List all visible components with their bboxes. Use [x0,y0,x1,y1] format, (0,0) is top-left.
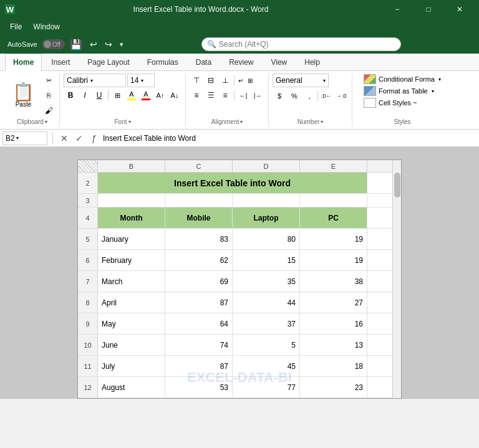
bold-button[interactable]: B [64,88,77,102]
align-middle-button[interactable]: ⊟ [204,74,218,87]
col-header-E[interactable]: E [300,160,367,172]
customize-qat-button[interactable]: ▾ [117,39,126,50]
cell-month[interactable]: March [98,271,165,292]
col-header-B[interactable]: B [98,160,165,172]
tab-view[interactable]: View [263,54,295,70]
cell-pc[interactable]: 38 [300,271,367,292]
cell-pc[interactable]: 19 [300,229,367,249]
cell-pc[interactable]: 18 [300,356,367,376]
cell-mobile[interactable]: 64 [165,313,233,334]
menu-file[interactable]: File [5,21,27,32]
header-laptop[interactable]: Laptop [233,207,300,228]
align-center-button[interactable]: ☰ [204,88,218,102]
font-expand-icon[interactable]: ▾ [128,119,131,125]
cut-button[interactable]: ✂ [42,74,56,87]
copy-button[interactable]: ⎘ [42,88,56,102]
underline-button[interactable]: U [92,88,106,102]
cell-mobile[interactable]: 83 [165,229,233,249]
align-bottom-button[interactable]: ⊥ [218,74,232,87]
confirm-formula-button[interactable]: ✓ [73,132,85,145]
percent-button[interactable]: % [288,89,301,103]
decrease-font-button[interactable]: A↓ [168,88,181,102]
cell-pc[interactable]: 16 [300,313,367,334]
font-size-selector[interactable]: 14 ▾ [127,74,155,87]
paste-button[interactable]: 📋 Paste [9,81,38,110]
fill-color-button[interactable]: A [125,88,138,102]
cell-month[interactable]: January [98,229,165,249]
scroll-thumb[interactable] [394,173,400,198]
menu-window[interactable]: Window [28,21,65,32]
cell-laptop[interactable]: 35 [233,271,300,292]
empty-cell[interactable] [165,194,233,207]
autosave-toggle[interactable]: Off [42,39,65,49]
empty-cell[interactable] [300,194,367,207]
cell-laptop[interactable]: 44 [233,292,300,313]
undo-button[interactable]: ↩ [87,38,100,50]
align-right-button[interactable]: ≡ [218,88,232,102]
maximize-button[interactable]: □ [414,0,443,19]
increase-indent-button[interactable]: |→ [251,88,264,102]
search-box[interactable]: 🔍 [201,37,401,51]
format-as-table-button[interactable]: Format as Table ▾ [361,85,443,97]
font-name-selector[interactable]: Calibri ▾ [64,74,126,87]
cell-laptop[interactable]: 80 [233,229,300,249]
vertical-scrollbar[interactable] [392,160,401,398]
header-month[interactable]: Month [98,207,165,228]
formula-input[interactable] [103,134,477,143]
cell-pc[interactable]: 23 [300,377,367,398]
conditional-format-button[interactable]: Conditional Forma ▾ [361,74,443,85]
tab-home[interactable]: Home [5,54,42,71]
align-left-button[interactable]: ≡ [190,88,203,102]
tab-formulas[interactable]: Formulas [139,54,186,70]
cell-month[interactable]: April [98,292,165,313]
minimize-button[interactable]: − [383,0,412,19]
cell-month[interactable]: June [98,335,165,355]
cell-month[interactable]: August [98,377,165,398]
number-format-selector[interactable]: General ▾ [273,74,329,87]
header-pc[interactable]: PC [300,207,367,228]
merge-center-button[interactable]: ⊞ [246,74,254,87]
wrap-text-button[interactable]: ↵ [236,74,245,87]
font-color-button[interactable]: A [139,88,153,102]
cell-pc[interactable]: 27 [300,292,367,313]
cell-mobile[interactable]: 62 [165,250,233,270]
currency-button[interactable]: $ [273,89,286,103]
tab-insert[interactable]: Insert [43,54,78,70]
cell-laptop[interactable]: 5 [233,335,300,355]
cell-reference-box[interactable]: B2 ▾ [2,131,47,145]
save-button[interactable]: 💾 [67,37,85,52]
number-expand-icon[interactable]: ▾ [321,119,323,125]
close-button[interactable]: ✕ [445,0,474,19]
cell-styles-button[interactable]: Cell Styles ~ [361,97,443,108]
tab-help[interactable]: Help [296,54,328,70]
cell-pc[interactable]: 13 [300,335,367,355]
redo-button[interactable]: ↪ [102,38,115,50]
cell-mobile[interactable]: 69 [165,271,233,292]
clipboard-expand-icon[interactable]: ▾ [45,119,47,125]
tab-page-layout[interactable]: Page Layout [79,54,137,70]
decrease-indent-button[interactable]: ←| [236,88,250,102]
cell-laptop[interactable]: 15 [233,250,300,270]
tab-review[interactable]: Review [221,54,261,70]
empty-cell[interactable] [98,194,165,207]
alignment-expand-icon[interactable]: ▾ [240,119,243,125]
cancel-formula-button[interactable]: ✕ [58,132,70,145]
tab-data[interactable]: Data [188,54,220,70]
col-header-D[interactable]: D [233,160,300,172]
increase-font-button[interactable]: A↑ [153,88,167,102]
border-button[interactable]: ⊞ [110,88,124,102]
cell-month[interactable]: February [98,250,165,270]
search-input[interactable] [219,40,395,49]
comma-button[interactable]: , [302,89,316,103]
header-mobile[interactable]: Mobile [165,207,233,228]
cell-mobile[interactable]: 87 [165,292,233,313]
empty-cell[interactable] [233,194,300,207]
italic-button[interactable]: I [78,88,92,102]
cell-laptop[interactable]: 37 [233,313,300,334]
cell-pc[interactable]: 19 [300,250,367,270]
cell-month[interactable]: May [98,313,165,334]
col-header-C[interactable]: C [165,160,233,172]
align-top-button[interactable]: ⊤ [190,74,203,87]
cell-mobile[interactable]: 74 [165,335,233,355]
insert-function-button[interactable]: ƒ [88,132,100,145]
